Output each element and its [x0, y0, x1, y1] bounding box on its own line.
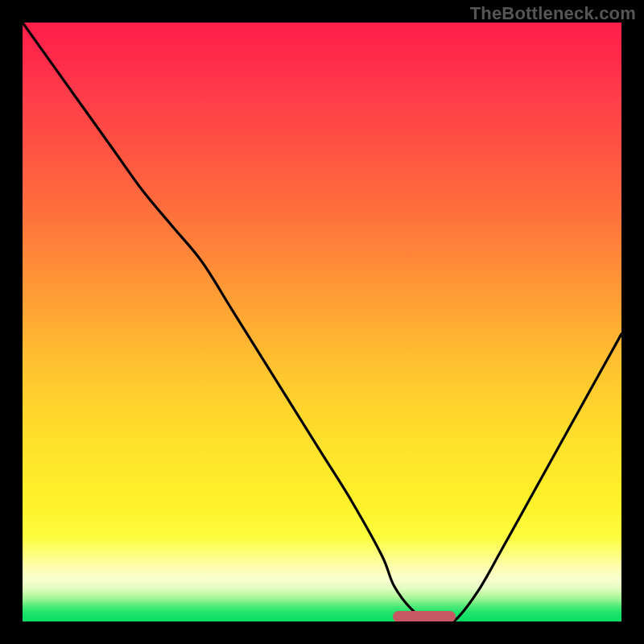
plot-area: [23, 23, 621, 621]
chart-stage: TheBottleneck.com: [0, 0, 644, 644]
bottleneck-curve: [23, 23, 621, 621]
optimal-range-marker: [393, 611, 456, 621]
watermark-text: TheBottleneck.com: [470, 3, 636, 24]
